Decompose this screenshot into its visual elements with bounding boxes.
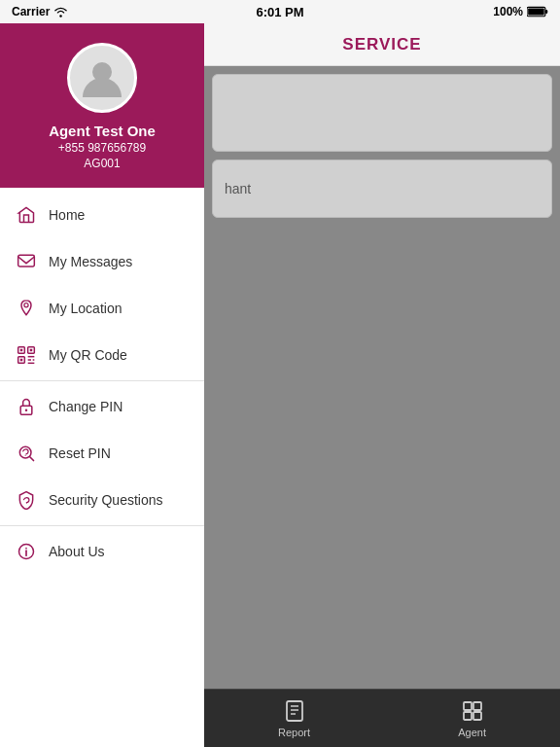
app-container: Agent Test One +855 987656789 AG001 Home xyxy=(0,23,560,747)
sidebar-item-home-label: Home xyxy=(49,207,85,223)
user-name: Agent Test One xyxy=(49,123,156,139)
sidebar-item-home[interactable]: Home xyxy=(0,192,204,238)
sidebar-item-about-us-label: About Us xyxy=(49,544,105,559)
avatar-image xyxy=(79,54,125,101)
card-top xyxy=(212,74,552,152)
sidebar-header: Agent Test One +855 987656789 AG001 xyxy=(0,23,204,188)
tab-report[interactable]: Report xyxy=(259,691,330,746)
card-mid-text: hant xyxy=(225,181,251,196)
svg-rect-11 xyxy=(20,359,23,362)
svg-rect-32 xyxy=(473,712,481,720)
svg-rect-9 xyxy=(20,349,23,352)
sidebar-item-change-pin-label: Change PIN xyxy=(49,399,122,414)
svg-rect-2 xyxy=(545,10,547,14)
reset-icon xyxy=(16,443,37,464)
status-time: 6:01 PM xyxy=(256,5,303,19)
main-title: SERVICE xyxy=(342,35,421,54)
sidebar-item-my-location[interactable]: My Location xyxy=(0,285,204,332)
user-id: AG001 xyxy=(84,157,120,170)
pin-icon xyxy=(16,396,37,417)
user-phone: +855 987656789 xyxy=(58,141,146,155)
svg-point-5 xyxy=(24,303,28,307)
security-icon xyxy=(16,489,37,511)
status-carrier: Carrier xyxy=(12,5,68,18)
sidebar-item-my-qr-code-label: My QR Code xyxy=(49,347,127,363)
svg-rect-10 xyxy=(30,349,33,352)
svg-rect-25 xyxy=(287,701,302,721)
svg-rect-31 xyxy=(464,712,472,720)
main-header: SERVICE xyxy=(204,23,560,66)
status-bar: Carrier 6:01 PM 100% xyxy=(0,0,560,23)
qr-icon xyxy=(16,344,37,366)
battery-icon xyxy=(527,6,548,18)
report-icon xyxy=(282,698,307,724)
divider-1 xyxy=(0,380,204,381)
sidebar: Agent Test One +855 987656789 AG001 Home xyxy=(0,23,204,747)
location-icon xyxy=(16,298,37,319)
avatar xyxy=(67,43,137,113)
sidebar-item-my-messages-label: My Messages xyxy=(49,254,132,269)
home-icon xyxy=(16,204,37,226)
info-icon xyxy=(16,541,37,562)
svg-point-17 xyxy=(25,409,28,412)
sidebar-item-security-questions-label: Security Questions xyxy=(49,492,163,508)
main-content: SERVICE hant Report xyxy=(204,23,560,747)
tab-report-label: Report xyxy=(278,727,310,738)
sidebar-item-reset-pin-label: Reset PIN xyxy=(49,445,111,461)
divider-2 xyxy=(0,525,204,526)
svg-point-24 xyxy=(25,548,27,550)
sidebar-item-my-messages[interactable]: My Messages xyxy=(0,238,204,285)
nav-list: Home My Messages xyxy=(0,188,204,747)
svg-point-20 xyxy=(25,454,26,455)
sidebar-item-my-qr-code[interactable]: My QR Code xyxy=(0,332,204,378)
card-mid: hant xyxy=(212,160,552,218)
agent-icon xyxy=(460,698,485,724)
svg-rect-30 xyxy=(473,702,481,710)
content-area: hant xyxy=(204,66,560,747)
svg-rect-29 xyxy=(464,702,472,710)
sidebar-item-security-questions[interactable]: Security Questions xyxy=(0,477,204,523)
sidebar-item-my-location-label: My Location xyxy=(49,301,122,316)
tab-bar: Report Agent xyxy=(204,689,560,747)
sidebar-item-change-pin[interactable]: Change PIN xyxy=(0,383,204,430)
wifi-icon xyxy=(53,6,68,18)
sidebar-item-reset-pin[interactable]: Reset PIN xyxy=(0,430,204,477)
tab-agent-label: Agent xyxy=(458,727,486,738)
tab-agent[interactable]: Agent xyxy=(438,691,506,746)
svg-rect-1 xyxy=(528,8,544,15)
messages-icon xyxy=(16,251,37,272)
svg-point-21 xyxy=(26,502,27,503)
sidebar-item-about-us[interactable]: About Us xyxy=(0,528,204,575)
svg-rect-4 xyxy=(18,255,35,267)
status-battery: 100% xyxy=(493,5,548,18)
svg-line-19 xyxy=(30,457,34,461)
